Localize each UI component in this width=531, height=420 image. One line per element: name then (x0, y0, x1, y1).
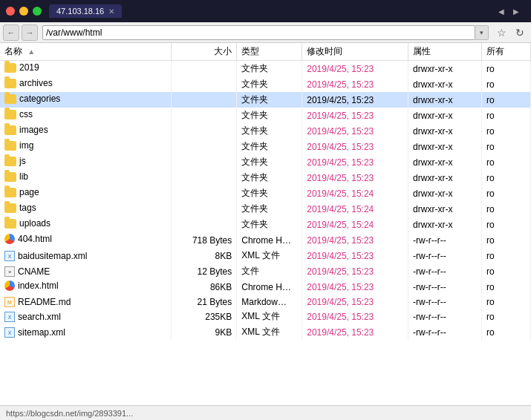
cell-type: 文件夹 (237, 170, 302, 186)
forward-button[interactable]: → (22, 24, 38, 41)
table-row[interactable]: 404.html 718 Bytes Chrome H… 2019/4/25, … (0, 232, 531, 248)
cell-name: 2019 (0, 61, 172, 77)
table-row[interactable]: js 文件夹 2019/4/25, 15:23 drwxr-xr-x ro (0, 154, 531, 170)
cell-size: 12 Bytes (172, 263, 237, 279)
address-input[interactable] (42, 25, 475, 40)
table-row[interactable]: X search.xml 235KB XML 文件 2019/4/25, 15:… (0, 309, 531, 324)
folder-icon (4, 79, 16, 88)
file-icon-name: lib (4, 171, 28, 182)
folder-icon (4, 141, 16, 151)
cell-size (172, 186, 237, 201)
active-tab[interactable]: 47.103.18.16 ✕ (49, 4, 122, 18)
cell-name: img (0, 139, 172, 154)
cell-modified: 2019/4/25, 15:23 (302, 154, 408, 170)
folder-icon (4, 157, 16, 166)
cell-type: XML 文件 (237, 248, 302, 263)
col-header-name[interactable]: 名称 ▲ (0, 43, 172, 61)
table-row[interactable]: page 文件夹 2019/4/25, 15:24 drwxr-xr-x ro (0, 186, 531, 201)
cell-attr: drwxr-xr-x (408, 123, 482, 139)
table-row[interactable]: css 文件夹 2019/4/25, 15:23 drwxr-xr-x ro (0, 108, 531, 123)
table-row[interactable]: tags 文件夹 2019/4/25, 15:24 drwxr-xr-x ro (0, 201, 531, 217)
cell-owner: ro (482, 76, 531, 92)
cell-type: Chrome H… (237, 279, 302, 295)
col-header-size[interactable]: 大小 (172, 43, 237, 61)
file-icon-name: css (4, 109, 33, 119)
cell-size (172, 217, 237, 232)
maximize-dot[interactable] (33, 7, 42, 16)
tab-close-icon[interactable]: ✕ (108, 7, 114, 16)
cell-type: 文件 (237, 263, 302, 279)
folder-icon (4, 203, 16, 213)
cell-attr: drwxr-xr-x (408, 61, 482, 77)
table-row[interactable]: 2019 文件夹 2019/4/25, 15:23 drwxr-xr-x ro (0, 61, 531, 77)
cell-owner: ro (482, 61, 531, 77)
cell-type: 文件夹 (237, 92, 302, 108)
cell-type: 文件夹 (237, 154, 302, 170)
cell-type: 文件夹 (237, 201, 302, 217)
bookmark-icon[interactable]: ☆ (493, 24, 509, 41)
cell-owner: ro (482, 201, 531, 217)
col-header-type[interactable]: 类型 (237, 43, 302, 61)
file-icon-name: 2019 (4, 62, 39, 73)
cell-owner: ro (482, 324, 531, 340)
folder-icon (4, 125, 16, 135)
back-button[interactable]: ← (3, 24, 19, 41)
cell-owner: ro (482, 248, 531, 263)
cell-type: Markdow… (237, 295, 302, 309)
cell-size (172, 139, 237, 154)
table-row[interactable]: archives 文件夹 2019/4/25, 15:23 drwxr-xr-x… (0, 76, 531, 92)
cell-owner: ro (482, 186, 531, 201)
cell-name: ≡ CNAME (0, 263, 172, 279)
xml-file-icon: X (4, 251, 15, 261)
cell-size (172, 108, 237, 123)
table-row[interactable]: X baidusitemap.xml 8KB XML 文件 2019/4/25,… (0, 248, 531, 263)
cell-size (172, 154, 237, 170)
cell-attr: -rw-r--r-- (408, 309, 482, 324)
prev-tab-icon[interactable]: ◀ (495, 5, 507, 17)
table-row[interactable]: uploads 文件夹 2019/4/25, 15:24 drwxr-xr-x … (0, 217, 531, 232)
cell-attr: -rw-r--r-- (408, 295, 482, 309)
cell-attr: -rw-r--r-- (408, 324, 482, 340)
folder-icon (4, 219, 16, 229)
cell-size (172, 170, 237, 186)
table-row[interactable]: index.html 86KB Chrome H… 2019/4/25, 15:… (0, 279, 531, 295)
col-header-modified[interactable]: 修改时间 (302, 43, 408, 61)
table-row[interactable]: M README.md 21 Bytes Markdow… 2019/4/25,… (0, 295, 531, 309)
cell-modified: 2019/4/25, 15:23 (302, 170, 408, 186)
cell-modified: 2019/4/25, 15:23 (302, 76, 408, 92)
next-tab-icon[interactable]: ▶ (510, 5, 522, 17)
cell-name: uploads (0, 217, 172, 232)
file-name-label: 2019 (19, 62, 39, 73)
cell-name: 404.html (0, 232, 172, 248)
cell-type: 文件夹 (237, 108, 302, 123)
file-name-label: 404.html (18, 234, 52, 244)
cell-attr: drwxr-xr-x (408, 201, 482, 217)
table-row[interactable]: images 文件夹 2019/4/25, 15:23 drwxr-xr-x r… (0, 123, 531, 139)
table-row[interactable]: ≡ CNAME 12 Bytes 文件 2019/4/25, 15:23 -rw… (0, 263, 531, 279)
col-header-attr[interactable]: 属性 (408, 43, 482, 61)
cell-attr: drwxr-xr-x (408, 154, 482, 170)
cell-name: lib (0, 170, 172, 186)
file-icon-name: images (4, 125, 48, 135)
table-row[interactable]: img 文件夹 2019/4/25, 15:23 drwxr-xr-x ro (0, 139, 531, 154)
col-header-owner[interactable]: 所有 (482, 43, 531, 61)
cell-name: index.html (0, 279, 172, 295)
close-dot[interactable] (6, 7, 15, 16)
table-row[interactable]: X sitemap.xml 9KB XML 文件 2019/4/25, 15:2… (0, 324, 531, 340)
address-dropdown-icon[interactable]: ▾ (475, 25, 489, 40)
minimize-dot[interactable] (19, 7, 28, 16)
title-bar: 47.103.18.16 ✕ ◀ ▶ (0, 0, 531, 22)
refresh-icon[interactable]: ↻ (512, 24, 528, 41)
cell-owner: ro (482, 139, 531, 154)
file-list-container: 名称 ▲ 大小 类型 修改时间 属性 所有 (0, 43, 531, 405)
table-row[interactable]: categories 文件夹 2019/4/25, 15:23 drwxr-xr… (0, 92, 531, 108)
cell-modified: 2019/4/25, 15:23 (302, 232, 408, 248)
cell-name: js (0, 154, 172, 170)
table-row[interactable]: lib 文件夹 2019/4/25, 15:23 drwxr-xr-x ro (0, 170, 531, 186)
cell-owner: ro (482, 123, 531, 139)
file-name-label: img (19, 140, 33, 151)
cell-modified: 2019/4/25, 15:23 (302, 279, 408, 295)
cell-name: archives (0, 76, 172, 92)
file-name-label: js (19, 156, 26, 166)
cell-modified: 2019/4/25, 15:23 (302, 309, 408, 324)
